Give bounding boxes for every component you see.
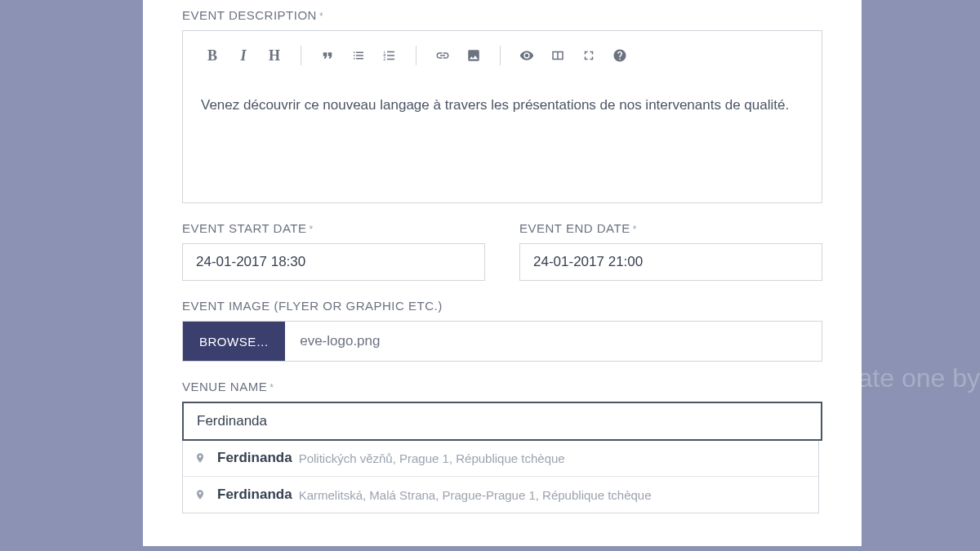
bold-button[interactable]: B xyxy=(199,42,225,69)
quote-button[interactable] xyxy=(314,42,341,69)
required-asterisk: * xyxy=(319,11,323,22)
link-button[interactable] xyxy=(430,42,456,69)
editor-toolbar: B I H xyxy=(183,31,822,80)
file-name-display: eve-logo.png xyxy=(285,322,822,361)
autocomplete-dropdown: Ferdinanda Politických vězňů, Prague 1, … xyxy=(182,440,819,513)
file-input-row: BROWSE… eve-logo.png xyxy=(182,321,822,362)
date-row: EVENT START DATE* EVENT END DATE* xyxy=(182,221,822,299)
autocomplete-name: Ferdinanda xyxy=(217,487,292,503)
autocomplete-name: Ferdinanda xyxy=(217,450,292,466)
start-date-input[interactable] xyxy=(182,243,485,281)
toolbar-divider xyxy=(301,46,301,65)
toolbar-divider xyxy=(500,46,501,65)
description-label: EVENT DESCRIPTION* xyxy=(182,8,822,22)
autocomplete-item[interactable]: Ferdinanda Karmelitská, Malá Strana, Pra… xyxy=(183,477,818,513)
editor-content[interactable]: Venez découvrir ce nouveau langage à tra… xyxy=(183,80,822,202)
venue-group: VENUE NAME* Ferdinanda Politických vězňů… xyxy=(182,380,822,513)
venue-input[interactable] xyxy=(182,402,822,441)
preview-button[interactable] xyxy=(514,42,540,69)
event-form-card: EVENT DESCRIPTION* B I H xyxy=(143,0,862,546)
start-date-label: EVENT START DATE* xyxy=(182,221,485,235)
start-date-group: EVENT START DATE* xyxy=(182,221,485,281)
autocomplete-address: Politických vězňů, Prague 1, République … xyxy=(299,451,565,465)
map-pin-icon xyxy=(194,487,206,503)
autocomplete-item[interactable]: Ferdinanda Politických vězňů, Prague 1, … xyxy=(183,440,818,477)
heading-button[interactable]: H xyxy=(261,42,287,69)
image-label: EVENT IMAGE (FLYER OR GRAPHIC ETC.) xyxy=(182,299,822,313)
end-date-input[interactable] xyxy=(519,243,822,281)
ordered-list-button[interactable] xyxy=(376,42,403,69)
unordered-list-button[interactable] xyxy=(345,42,372,69)
required-asterisk: * xyxy=(309,224,313,235)
required-asterisk: * xyxy=(633,224,637,235)
side-by-side-button[interactable] xyxy=(545,42,571,69)
background-text: ate one by xyxy=(858,363,980,393)
description-group: EVENT DESCRIPTION* B I H xyxy=(182,8,822,203)
image-button[interactable] xyxy=(461,42,487,69)
end-date-group: EVENT END DATE* xyxy=(519,221,822,281)
toolbar-divider xyxy=(416,46,416,65)
venue-label: VENUE NAME* xyxy=(182,380,822,393)
autocomplete-address: Karmelitská, Malá Strana, Prague-Prague … xyxy=(299,488,652,502)
browse-button[interactable]: BROWSE… xyxy=(183,322,285,361)
fullscreen-button[interactable] xyxy=(576,42,602,69)
required-asterisk: * xyxy=(270,382,274,393)
map-pin-icon xyxy=(194,450,206,466)
help-button[interactable] xyxy=(607,42,633,69)
rich-text-editor: B I H xyxy=(182,30,822,203)
italic-button[interactable]: I xyxy=(230,42,256,69)
image-group: EVENT IMAGE (FLYER OR GRAPHIC ETC.) BROW… xyxy=(182,299,822,362)
end-date-label: EVENT END DATE* xyxy=(519,221,822,235)
